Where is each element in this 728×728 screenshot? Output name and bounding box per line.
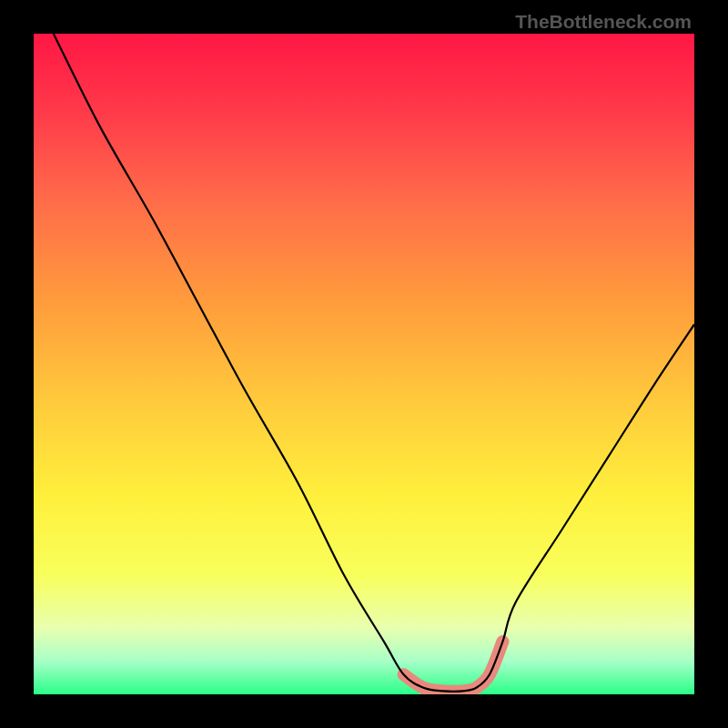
- bottleneck-curve: [54, 34, 694, 692]
- plot-area: [34, 34, 694, 694]
- optimal-range-highlight: [404, 642, 503, 692]
- chart-container: TheBottleneck.com: [0, 0, 728, 728]
- curve-layer: [34, 34, 694, 694]
- watermark: TheBottleneck.com: [515, 11, 692, 33]
